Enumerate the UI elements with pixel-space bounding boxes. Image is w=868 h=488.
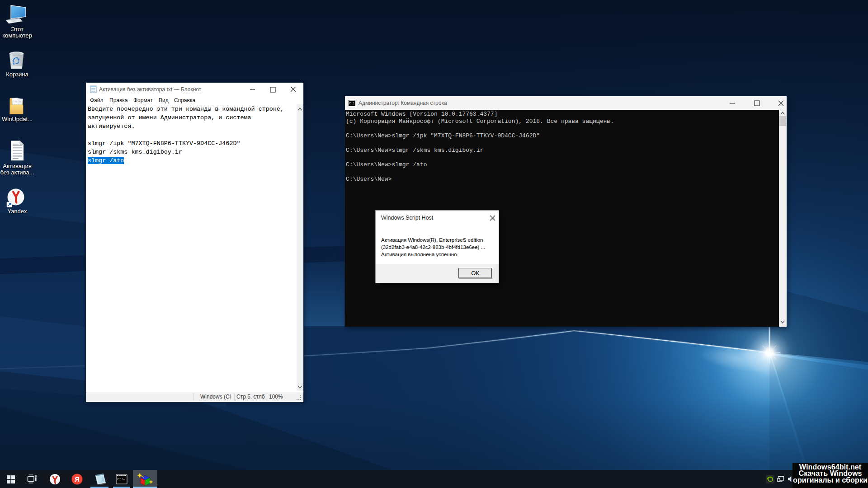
svg-text:Я: Я — [75, 476, 79, 483]
svg-text:C:\: C:\ — [118, 477, 124, 481]
svg-text:C:\: C:\ — [349, 102, 355, 105]
